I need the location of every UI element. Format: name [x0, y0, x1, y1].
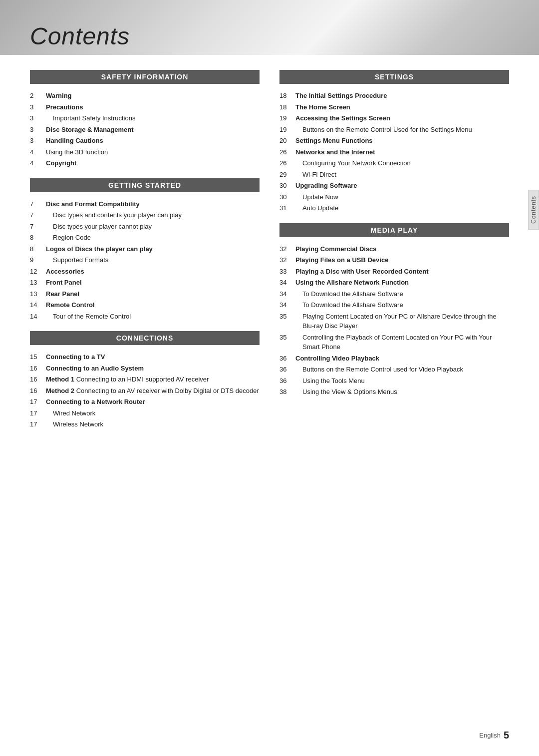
toc-text: Handling Cautions [46, 136, 260, 146]
toc-text: Tour of the Remote Control [46, 312, 260, 322]
toc-num: 17 [30, 408, 46, 418]
toc-num: 26 [279, 147, 295, 157]
toc-text: Disc and Format Compatibility [46, 199, 260, 209]
section-header-connections: CONNECTIONS [30, 331, 260, 345]
toc-num: 3 [30, 125, 46, 135]
toc-num: 12 [30, 267, 46, 277]
toc-num: 34 [279, 300, 295, 310]
toc-text: The Home Screen [295, 102, 509, 112]
toc-num: 36 [279, 376, 295, 386]
toc-num: 3 [30, 102, 46, 112]
toc-text: Method 1 Connecting to an HDMI supported… [46, 375, 260, 384]
toc-num: 34 [279, 289, 295, 299]
toc-text: Playing Commercial Discs [295, 244, 509, 254]
toc-num: 8 [30, 244, 46, 254]
toc-entry: 17Wired Network [30, 408, 260, 418]
toc-text: The Initial Settings Procedure [295, 91, 509, 101]
toc-num: 38 [279, 387, 295, 397]
toc-text: Disc types your player cannot play [46, 222, 260, 232]
toc-num: 7 [30, 199, 46, 209]
left-column: SAFETY INFORMATION2Warning3Precautions3I… [30, 70, 260, 431]
toc-text: Rear Panel [46, 289, 260, 299]
toc-num: 30 [279, 181, 295, 191]
toc-num: 8 [30, 233, 46, 243]
toc-text: Using the Tools Menu [295, 376, 509, 386]
toc-entry: 13Rear Panel [30, 289, 260, 299]
toc-text: Connecting to a TV [46, 352, 260, 362]
toc-num: 33 [279, 267, 295, 277]
toc-entry: 7Disc and Format Compatibility [30, 199, 260, 209]
toc-num: 31 [279, 203, 295, 213]
toc-entry: 4Copyright [30, 158, 260, 168]
page-title: Contents [30, 22, 130, 50]
toc-entry: 9Supported Formats [30, 255, 260, 265]
toc-entry: 29Wi-Fi Direct [279, 170, 509, 180]
toc-entry: 3Handling Cautions [30, 136, 260, 146]
toc-entry: 3Disc Storage & Management [30, 125, 260, 135]
toc-num: 18 [279, 102, 295, 112]
toc-entry: 30Upgrading Software [279, 181, 509, 191]
toc-num: 16 [30, 386, 46, 396]
toc-num: 18 [279, 91, 295, 101]
toc-entry: 12Accessories [30, 267, 260, 277]
toc-text: To Download the Allshare Software [295, 300, 509, 310]
toc-text: Front Panel [46, 278, 260, 288]
toc-num: 7 [30, 210, 46, 220]
toc-text: Using the 3D function [46, 147, 260, 157]
toc-entry: 17Connecting to a Network Router [30, 397, 260, 407]
toc-text: Controlling the Playback of Content Loca… [295, 333, 509, 352]
toc-num: 3 [30, 136, 46, 146]
toc-entry: 26Configuring Your Network Connection [279, 158, 509, 168]
toc-text: Important Safety Instructions [46, 113, 260, 123]
toc-text: Settings Menu Functions [295, 136, 509, 146]
toc-entry: 34To Download the Allshare Software [279, 300, 509, 310]
toc-num: 7 [30, 222, 46, 232]
toc-entry: 20Settings Menu Functions [279, 136, 509, 146]
toc-num: 4 [30, 147, 46, 157]
header-bar: Contents [0, 0, 539, 55]
toc-text: Accessories [46, 267, 260, 277]
toc-num: 16 [30, 375, 46, 384]
toc-num: 32 [279, 255, 295, 265]
toc-entry: 18The Initial Settings Procedure [279, 91, 509, 101]
toc-text: Using the View & Options Menus [295, 387, 509, 397]
toc-entry: 36Using the Tools Menu [279, 376, 509, 386]
toc-text: Logos of Discs the player can play [46, 244, 260, 254]
toc-entry: 2Warning [30, 91, 260, 101]
toc-entry: 35Controlling the Playback of Content Lo… [279, 333, 509, 352]
toc-entry: 38Using the View & Options Menus [279, 387, 509, 397]
toc-num: 13 [30, 289, 46, 299]
toc-num: 19 [279, 125, 295, 135]
toc-num: 2 [30, 91, 46, 101]
toc-entry: 16Method 1 Connecting to an HDMI support… [30, 375, 260, 384]
toc-text: Using the Allshare Network Function [295, 278, 509, 288]
toc-num: 29 [279, 170, 295, 180]
toc-num: 36 [279, 354, 295, 364]
toc-num: 15 [30, 352, 46, 362]
toc-entry: 32Playing Commercial Discs [279, 244, 509, 254]
toc-entry: 17Wireless Network [30, 419, 260, 429]
toc-entry: 36Controlling Video Playback [279, 354, 509, 364]
toc-entry: 3Important Safety Instructions [30, 113, 260, 123]
toc-entry: 19Buttons on the Remote Control Used for… [279, 125, 509, 135]
toc-text: Buttons on the Remote Control Used for t… [295, 125, 509, 135]
toc-text: Buttons on the Remote Control used for V… [295, 365, 509, 375]
toc-entry: 8Logos of Discs the player can play [30, 244, 260, 254]
footer-language: English [479, 732, 501, 739]
toc-num: 14 [30, 300, 46, 310]
toc-num: 36 [279, 365, 295, 375]
toc-entry: 7Disc types your player cannot play [30, 222, 260, 232]
toc-entry: 34To Download the Allshare Software [279, 289, 509, 299]
toc-num: 14 [30, 312, 46, 322]
toc-num: 19 [279, 113, 295, 123]
side-tab: Contents [528, 190, 539, 230]
toc-num: 35 [279, 312, 295, 331]
toc-text: Wi-Fi Direct [295, 170, 509, 180]
toc-num: 30 [279, 192, 295, 202]
toc-entry: 19Accessing the Settings Screen [279, 113, 509, 123]
toc-text: Wireless Network [46, 419, 260, 429]
toc-entry: 14Remote Control [30, 300, 260, 310]
toc-text: Copyright [46, 158, 260, 168]
toc-entry: 35Playing Content Located on Your PC or … [279, 312, 509, 331]
section-header-getting_started: GETTING STARTED [30, 178, 260, 192]
